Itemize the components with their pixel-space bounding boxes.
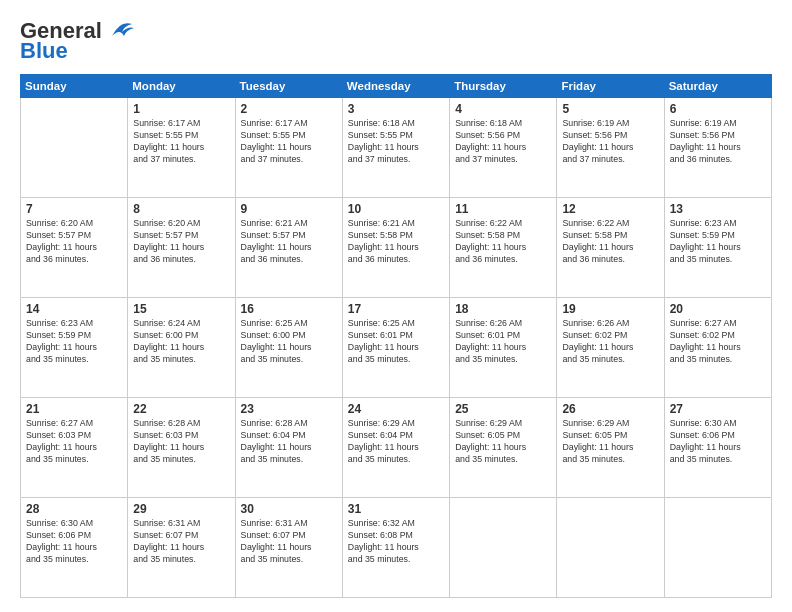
- day-number: 13: [670, 202, 766, 216]
- day-number: 8: [133, 202, 229, 216]
- day-number: 10: [348, 202, 444, 216]
- calendar-cell: 29Sunrise: 6:31 AM Sunset: 6:07 PM Dayli…: [128, 498, 235, 598]
- cell-info: Sunrise: 6:24 AM Sunset: 6:00 PM Dayligh…: [133, 318, 229, 366]
- day-number: 11: [455, 202, 551, 216]
- calendar-cell: 8Sunrise: 6:20 AM Sunset: 5:57 PM Daylig…: [128, 198, 235, 298]
- cell-info: Sunrise: 6:19 AM Sunset: 5:56 PM Dayligh…: [562, 118, 658, 166]
- day-number: 24: [348, 402, 444, 416]
- cell-info: Sunrise: 6:28 AM Sunset: 6:03 PM Dayligh…: [133, 418, 229, 466]
- calendar-cell: 6Sunrise: 6:19 AM Sunset: 5:56 PM Daylig…: [664, 98, 771, 198]
- cell-info: Sunrise: 6:25 AM Sunset: 6:00 PM Dayligh…: [241, 318, 337, 366]
- day-number: 14: [26, 302, 122, 316]
- cell-info: Sunrise: 6:27 AM Sunset: 6:03 PM Dayligh…: [26, 418, 122, 466]
- day-number: 26: [562, 402, 658, 416]
- day-header-sunday: Sunday: [21, 75, 128, 98]
- day-number: 25: [455, 402, 551, 416]
- header-row: SundayMondayTuesdayWednesdayThursdayFrid…: [21, 75, 772, 98]
- calendar-cell: 25Sunrise: 6:29 AM Sunset: 6:05 PM Dayli…: [450, 398, 557, 498]
- calendar-cell: 13Sunrise: 6:23 AM Sunset: 5:59 PM Dayli…: [664, 198, 771, 298]
- cell-info: Sunrise: 6:18 AM Sunset: 5:55 PM Dayligh…: [348, 118, 444, 166]
- day-number: 17: [348, 302, 444, 316]
- cell-info: Sunrise: 6:25 AM Sunset: 6:01 PM Dayligh…: [348, 318, 444, 366]
- day-number: 9: [241, 202, 337, 216]
- day-number: 1: [133, 102, 229, 116]
- calendar-cell: 16Sunrise: 6:25 AM Sunset: 6:00 PM Dayli…: [235, 298, 342, 398]
- calendar-cell: 23Sunrise: 6:28 AM Sunset: 6:04 PM Dayli…: [235, 398, 342, 498]
- calendar-cell: 11Sunrise: 6:22 AM Sunset: 5:58 PM Dayli…: [450, 198, 557, 298]
- cell-info: Sunrise: 6:29 AM Sunset: 6:05 PM Dayligh…: [455, 418, 551, 466]
- day-number: 16: [241, 302, 337, 316]
- cell-info: Sunrise: 6:17 AM Sunset: 5:55 PM Dayligh…: [133, 118, 229, 166]
- calendar-cell: 17Sunrise: 6:25 AM Sunset: 6:01 PM Dayli…: [342, 298, 449, 398]
- day-number: 12: [562, 202, 658, 216]
- logo-blue-text: Blue: [20, 38, 68, 64]
- cell-info: Sunrise: 6:21 AM Sunset: 5:57 PM Dayligh…: [241, 218, 337, 266]
- calendar-cell: [21, 98, 128, 198]
- calendar-cell: 20Sunrise: 6:27 AM Sunset: 6:02 PM Dayli…: [664, 298, 771, 398]
- week-row-3: 14Sunrise: 6:23 AM Sunset: 5:59 PM Dayli…: [21, 298, 772, 398]
- week-row-1: 1Sunrise: 6:17 AM Sunset: 5:55 PM Daylig…: [21, 98, 772, 198]
- cell-info: Sunrise: 6:22 AM Sunset: 5:58 PM Dayligh…: [455, 218, 551, 266]
- logo-bird-icon: [104, 18, 136, 40]
- cell-info: Sunrise: 6:27 AM Sunset: 6:02 PM Dayligh…: [670, 318, 766, 366]
- day-number: 6: [670, 102, 766, 116]
- day-number: 15: [133, 302, 229, 316]
- calendar-cell: 4Sunrise: 6:18 AM Sunset: 5:56 PM Daylig…: [450, 98, 557, 198]
- calendar-cell: 22Sunrise: 6:28 AM Sunset: 6:03 PM Dayli…: [128, 398, 235, 498]
- day-number: 18: [455, 302, 551, 316]
- calendar-cell: 19Sunrise: 6:26 AM Sunset: 6:02 PM Dayli…: [557, 298, 664, 398]
- cell-info: Sunrise: 6:31 AM Sunset: 6:07 PM Dayligh…: [133, 518, 229, 566]
- cell-info: Sunrise: 6:19 AM Sunset: 5:56 PM Dayligh…: [670, 118, 766, 166]
- cell-info: Sunrise: 6:21 AM Sunset: 5:58 PM Dayligh…: [348, 218, 444, 266]
- calendar-table: SundayMondayTuesdayWednesdayThursdayFrid…: [20, 74, 772, 598]
- day-header-wednesday: Wednesday: [342, 75, 449, 98]
- calendar-cell: 1Sunrise: 6:17 AM Sunset: 5:55 PM Daylig…: [128, 98, 235, 198]
- calendar-cell: [450, 498, 557, 598]
- cell-info: Sunrise: 6:29 AM Sunset: 6:04 PM Dayligh…: [348, 418, 444, 466]
- cell-info: Sunrise: 6:29 AM Sunset: 6:05 PM Dayligh…: [562, 418, 658, 466]
- calendar-cell: 18Sunrise: 6:26 AM Sunset: 6:01 PM Dayli…: [450, 298, 557, 398]
- day-header-tuesday: Tuesday: [235, 75, 342, 98]
- week-row-4: 21Sunrise: 6:27 AM Sunset: 6:03 PM Dayli…: [21, 398, 772, 498]
- calendar-cell: 27Sunrise: 6:30 AM Sunset: 6:06 PM Dayli…: [664, 398, 771, 498]
- day-number: 2: [241, 102, 337, 116]
- cell-info: Sunrise: 6:23 AM Sunset: 5:59 PM Dayligh…: [670, 218, 766, 266]
- calendar-cell: [557, 498, 664, 598]
- calendar-cell: 31Sunrise: 6:32 AM Sunset: 6:08 PM Dayli…: [342, 498, 449, 598]
- day-number: 3: [348, 102, 444, 116]
- calendar-cell: 2Sunrise: 6:17 AM Sunset: 5:55 PM Daylig…: [235, 98, 342, 198]
- calendar-cell: 5Sunrise: 6:19 AM Sunset: 5:56 PM Daylig…: [557, 98, 664, 198]
- cell-info: Sunrise: 6:23 AM Sunset: 5:59 PM Dayligh…: [26, 318, 122, 366]
- calendar-cell: [664, 498, 771, 598]
- day-header-monday: Monday: [128, 75, 235, 98]
- day-number: 30: [241, 502, 337, 516]
- cell-info: Sunrise: 6:28 AM Sunset: 6:04 PM Dayligh…: [241, 418, 337, 466]
- day-number: 31: [348, 502, 444, 516]
- cell-info: Sunrise: 6:20 AM Sunset: 5:57 PM Dayligh…: [133, 218, 229, 266]
- day-header-friday: Friday: [557, 75, 664, 98]
- day-header-saturday: Saturday: [664, 75, 771, 98]
- page: General Blue SundayMondayTuesdayWednesda…: [0, 0, 792, 612]
- calendar-cell: 30Sunrise: 6:31 AM Sunset: 6:07 PM Dayli…: [235, 498, 342, 598]
- day-number: 4: [455, 102, 551, 116]
- day-number: 5: [562, 102, 658, 116]
- logo: General Blue: [20, 18, 136, 64]
- week-row-2: 7Sunrise: 6:20 AM Sunset: 5:57 PM Daylig…: [21, 198, 772, 298]
- day-number: 7: [26, 202, 122, 216]
- calendar-cell: 12Sunrise: 6:22 AM Sunset: 5:58 PM Dayli…: [557, 198, 664, 298]
- calendar-cell: 14Sunrise: 6:23 AM Sunset: 5:59 PM Dayli…: [21, 298, 128, 398]
- day-number: 22: [133, 402, 229, 416]
- cell-info: Sunrise: 6:18 AM Sunset: 5:56 PM Dayligh…: [455, 118, 551, 166]
- calendar-cell: 10Sunrise: 6:21 AM Sunset: 5:58 PM Dayli…: [342, 198, 449, 298]
- day-number: 28: [26, 502, 122, 516]
- calendar-cell: 26Sunrise: 6:29 AM Sunset: 6:05 PM Dayli…: [557, 398, 664, 498]
- cell-info: Sunrise: 6:26 AM Sunset: 6:02 PM Dayligh…: [562, 318, 658, 366]
- cell-info: Sunrise: 6:31 AM Sunset: 6:07 PM Dayligh…: [241, 518, 337, 566]
- header: General Blue: [20, 18, 772, 64]
- cell-info: Sunrise: 6:30 AM Sunset: 6:06 PM Dayligh…: [26, 518, 122, 566]
- cell-info: Sunrise: 6:22 AM Sunset: 5:58 PM Dayligh…: [562, 218, 658, 266]
- day-number: 27: [670, 402, 766, 416]
- calendar-cell: 9Sunrise: 6:21 AM Sunset: 5:57 PM Daylig…: [235, 198, 342, 298]
- calendar-cell: 28Sunrise: 6:30 AM Sunset: 6:06 PM Dayli…: [21, 498, 128, 598]
- day-number: 23: [241, 402, 337, 416]
